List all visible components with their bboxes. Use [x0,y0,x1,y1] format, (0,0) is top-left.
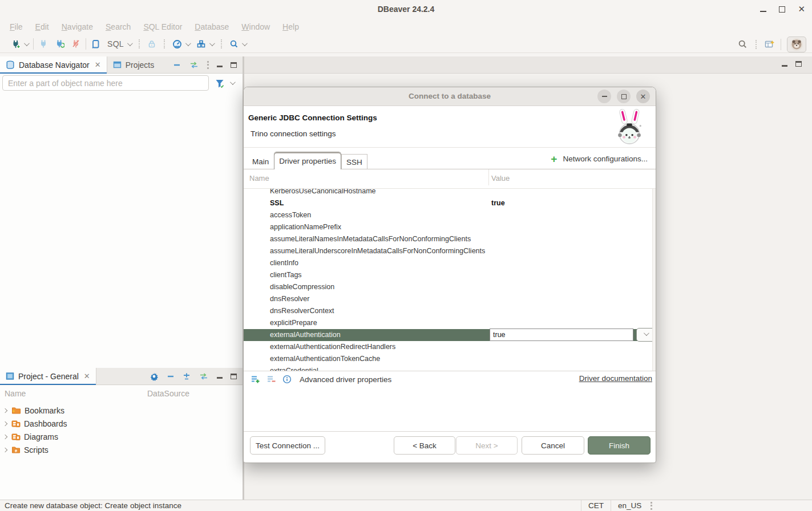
chevron-down-icon[interactable] [24,40,30,46]
tab-projects[interactable]: Projects [107,56,160,74]
dialog-titlebar[interactable]: Connect to a database ✕ [244,87,656,106]
menu-help[interactable]: Help [276,20,305,34]
table-row[interactable]: explicitPrepare [244,317,656,329]
menu-file[interactable]: File [3,20,29,34]
table-row[interactable]: externalAuthenticationRedirectHandlers [244,341,656,353]
dialog-minimize-icon[interactable] [597,90,611,103]
panel-minimize-icon[interactable] [217,66,223,67]
window-maximize-icon[interactable] [779,6,785,13]
test-connection-button[interactable]: Test Connection ... [250,436,325,455]
column-name[interactable]: Name [5,389,26,398]
table-row[interactable]: SSLtrue [244,197,656,209]
view-menu-icon[interactable] [207,61,209,69]
scripts-folder-icon [11,445,21,454]
tab-project-general[interactable]: Project - General ✕ [0,368,96,385]
reconnect-button[interactable] [53,38,66,51]
panel-minimize-icon[interactable] [217,377,223,379]
tree-item-scripts[interactable]: Scripts [0,443,243,456]
column-divider[interactable] [488,169,489,185]
panel-minimize-icon[interactable] [782,65,787,67]
chevron-down-icon[interactable] [230,79,236,85]
table-row[interactable]: assumeLiteralNamesInMetadataCallsForNonC… [244,233,656,245]
menu-sql-editor[interactable]: SQL Editor [137,20,188,34]
tree-item-bookmarks[interactable]: Bookmarks [0,404,243,417]
link-with-editor-icon[interactable] [189,61,199,69]
back-button[interactable]: < Back [394,436,455,455]
cancel-button[interactable]: Cancel [522,436,584,455]
new-connection-button[interactable] [9,38,30,51]
driver-documentation-link[interactable]: Driver documentation [579,374,652,383]
chevron-down-icon[interactable] [127,40,133,46]
expand-chevron-icon[interactable] [3,408,7,412]
expand-chevron-icon[interactable] [3,421,7,425]
table-row[interactable]: clientInfo [244,257,656,269]
expand-chevron-icon[interactable] [3,434,7,439]
close-tab-icon[interactable]: ✕ [95,60,101,69]
window-close-icon[interactable]: ✕ [798,4,805,14]
expand-all-icon[interactable] [183,372,191,380]
global-search-icon[interactable] [738,39,748,49]
chevron-down-icon[interactable] [242,40,248,46]
table-scrollbar[interactable] [652,189,656,371]
finish-button[interactable]: Finish [588,436,651,455]
commit-mode-button[interactable] [146,38,158,50]
table-row[interactable]: accessToken [244,209,656,221]
add-property-icon[interactable] [251,375,261,384]
configure-gear-icon[interactable] [150,372,159,381]
menu-edit[interactable]: Edit [29,20,55,34]
table-row[interactable]: dnsResolverContext [244,305,656,317]
tree-item-dashboards[interactable]: Dashboards [0,417,243,430]
table-row[interactable]: assumeLiteralUnderscoreInMetadataCallsFo… [244,245,656,257]
table-row[interactable]: disableCompression [244,281,656,293]
dialog-maximize-icon[interactable] [617,90,631,103]
window-minimize-icon[interactable] [760,11,766,12]
panel-maximize-icon[interactable] [231,374,237,379]
table-row-selected[interactable]: externalAuthentication [244,329,656,341]
tab-ssh[interactable]: SSH [341,154,367,169]
status-timezone[interactable]: CET [581,500,611,511]
link-with-editor-icon[interactable] [199,372,209,380]
panel-maximize-icon[interactable] [795,61,802,67]
open-object-button[interactable] [228,38,248,50]
chevron-down-icon[interactable] [209,40,215,46]
tab-main[interactable]: Main [247,154,274,169]
object-filter-input[interactable] [2,75,209,91]
open-perspective-icon[interactable] [765,39,775,49]
tree-item-diagrams[interactable]: Diagrams [0,430,243,443]
expand-chevron-icon[interactable] [3,447,7,452]
tab-database-navigator[interactable]: Database Navigator ✕ [0,56,107,74]
open-sql-editor-button[interactable] [90,38,102,51]
network-configurations-button[interactable]: + Network configurations... [551,155,648,163]
filter-settings-button[interactable] [215,78,234,88]
tab-driver-properties[interactable]: Driver properties [274,152,341,169]
column-value[interactable]: Value [491,174,510,182]
disconnect-button[interactable] [70,38,82,50]
property-value-input[interactable] [490,328,633,341]
menu-search[interactable]: Search [99,20,137,34]
user-avatar-button[interactable] [787,36,806,52]
table-row[interactable]: applicationNamePrefix [244,221,656,233]
panel-maximize-icon[interactable] [231,62,237,68]
table-row[interactable]: KerberosUseCanonicalHostname [244,189,656,197]
menu-window[interactable]: Window [235,20,276,34]
table-row[interactable]: clientTags [244,269,656,281]
driver-manager-button[interactable] [195,38,215,51]
column-name[interactable]: Name [249,174,269,182]
status-locale[interactable]: en_US [611,500,648,511]
sql-menu-button[interactable]: SQL [106,38,133,50]
table-row[interactable]: dnsResolver [244,293,656,305]
dialog-close-icon[interactable]: ✕ [636,90,650,103]
table-row[interactable]: externalAuthenticationTokenCache [244,353,656,365]
collapse-all-icon[interactable] [173,61,181,69]
close-tab-icon[interactable]: ✕ [84,372,90,380]
column-datasource[interactable]: DataSource [147,389,189,398]
collapse-all-icon[interactable] [167,372,175,380]
dashboard-button[interactable] [171,38,191,51]
menu-database[interactable]: Database [188,20,235,34]
connect-button[interactable] [37,38,50,50]
table-row[interactable]: extraCredential [244,365,656,371]
navigator-tree[interactable] [0,92,243,368]
chevron-down-icon[interactable] [185,40,191,46]
remove-property-icon[interactable] [266,375,277,384]
menu-navigate[interactable]: Navigate [55,20,99,34]
